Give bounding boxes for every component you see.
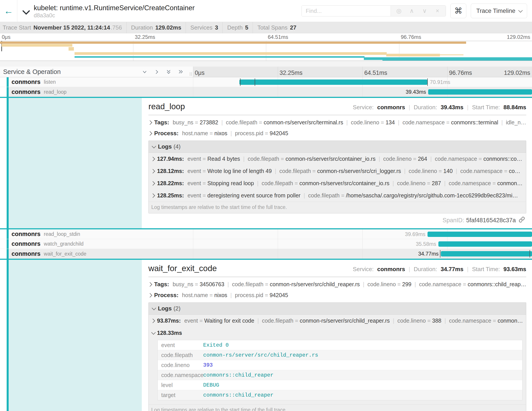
divider: | [228, 281, 229, 287]
trace-view-selector[interactable]: Trace Timeline [471, 4, 527, 18]
summary-value: 3 [215, 22, 218, 33]
equals-sign: = [263, 281, 270, 287]
kv-value: conmon… [497, 180, 523, 186]
kv-value: 388 [432, 318, 441, 324]
span-service[interactable]: conmonrs [11, 240, 41, 247]
kv-value: co… [509, 168, 520, 174]
copy-link-icon[interactable] [519, 216, 525, 224]
process-row[interactable]: Process: host.name=nixos|process.pid=942… [148, 128, 526, 139]
span-bar-area[interactable]: 35.58ms [193, 239, 532, 249]
logs-header[interactable]: Logs (4) [149, 141, 526, 153]
start-time-label: Start Time: [472, 266, 500, 273]
log-entry[interactable]: 127.94ms:event=Read 4 bytes|code.filepat… [149, 153, 526, 165]
equals-sign: = [193, 119, 200, 126]
summary-label: Depth [227, 22, 242, 33]
divider: | [467, 266, 469, 273]
span-duration-label: 35.58ms [416, 241, 436, 247]
collapse-all-icon[interactable] [166, 69, 171, 75]
summary-value: 27 [290, 22, 296, 33]
span-row-watch-grandchild[interactable]: conmonrs watch_grandchild 35.58ms [0, 239, 532, 249]
collapse-header-chevron-icon[interactable] [22, 10, 30, 16]
divider: | [409, 266, 410, 273]
minimap-canvas[interactable] [0, 41, 532, 61]
back-button[interactable]: ← [0, 0, 17, 22]
log-entry-expanded[interactable]: 128.33ms [149, 327, 526, 339]
span-bar-area[interactable]: 39.69ms [193, 229, 532, 239]
divider [148, 115, 526, 115]
span-duration-bar[interactable] [239, 79, 428, 85]
ruler-tick: 32.25ms [280, 69, 303, 76]
kv-key: code.namespace [419, 281, 461, 287]
span-bar-area[interactable]: 39.43ms [193, 87, 532, 97]
detail-title: wait_for_exit_code [148, 264, 217, 273]
span-duration-bar[interactable] [428, 232, 532, 237]
span-rows: conmonrs listen 70.91ms conmonrs read_lo… [0, 77, 532, 411]
span-service[interactable]: conmonrs [11, 78, 41, 86]
kv-value: 942045 [270, 130, 288, 136]
expand-one-icon[interactable] [154, 69, 159, 75]
column-resizer-handle[interactable]: || [190, 71, 193, 76]
span-duration-label: 39.69ms [405, 231, 425, 237]
table-row: code.filepathconmon-rs/server/src/child_… [158, 350, 522, 360]
divider [148, 277, 526, 277]
span-service[interactable]: conmonrs [11, 250, 41, 257]
next-result-icon[interactable]: ∨ [418, 7, 431, 14]
process-row[interactable]: Process: host.name=nixos|process.pid=942… [148, 290, 526, 301]
tags-row[interactable]: Tags: busy_ns=273882|code.filepath=conmo… [148, 117, 526, 128]
row-indent [0, 249, 7, 259]
clear-search-icon[interactable]: × [431, 8, 444, 14]
kv-value: Read 4 bytes [208, 156, 240, 162]
logs-header[interactable]: Logs (2) [149, 303, 526, 315]
kv-value: conmon-rs/server/src/cri_logger.rs [317, 168, 401, 174]
summary-label: Services [190, 22, 213, 33]
field-key: code.lineno [158, 362, 203, 368]
log-entry[interactable]: 128.12ms:event=Wrote log line of length … [149, 165, 526, 177]
span-duration-bar[interactable] [441, 251, 532, 256]
span-bar-area[interactable]: 70.91ms [193, 77, 532, 87]
find-input[interactable] [302, 6, 390, 16]
trace-summary-bar: Trace StartNovember 15 2022, 11:24:14.75… [0, 22, 532, 33]
scroll-to-match-icon[interactable]: ◎ [392, 7, 405, 14]
logs-note: Log timestamps are relative to the start… [149, 202, 526, 213]
equals-sign: = [208, 292, 214, 298]
span-row-read-loop-stdin[interactable]: conmonrs read_loop_stdin 39.69ms [0, 229, 532, 239]
prev-result-icon[interactable]: ∧ [405, 7, 418, 14]
divider: | [444, 318, 446, 324]
field-value: DEBUG [203, 382, 219, 388]
expand-all-icon[interactable] [178, 69, 183, 75]
span-row-read-loop[interactable]: conmonrs read_loop 39.43ms [0, 87, 532, 97]
kv-value: conmon… [498, 318, 523, 324]
kv-key: code.filepath [226, 119, 257, 126]
key-value-pair: host.name=nixos [182, 292, 228, 298]
kv-key: idle_n… [506, 119, 526, 126]
field-value: conmonrs::child_reaper [203, 392, 274, 398]
span-service[interactable]: conmonrs [11, 231, 41, 238]
keyboard-shortcuts-button[interactable]: ⌘ [450, 4, 466, 18]
collapse-one-icon[interactable] [142, 69, 147, 75]
kv-key: process.pid [235, 292, 263, 298]
field-key: level [158, 382, 203, 388]
ruler-tick: 96.76ms [449, 69, 472, 76]
log-entry[interactable]: 128.25ms:event=deregistering event sourc… [149, 189, 526, 202]
tags-row[interactable]: Tags: busy_ns=34506763|code.filepath=con… [148, 279, 526, 290]
kv-key: code.filepath [308, 192, 340, 198]
summary-value: 129.02ms [155, 22, 181, 33]
kv-value: 264 [418, 156, 427, 162]
equals-sign: = [263, 292, 270, 298]
span-service[interactable]: conmonrs [11, 88, 41, 96]
span-bar-area[interactable]: 34.77ms [193, 249, 532, 259]
span-id-label: SpanID: [443, 217, 464, 224]
log-entry[interactable]: 93.87ms:event=Waiting for exit code|code… [149, 315, 526, 327]
span-duration-bar[interactable] [438, 241, 532, 247]
span-operation: read_loop [44, 89, 66, 95]
span-duration-bar[interactable] [428, 89, 532, 95]
log-entry[interactable]: 128.22ms:event=Stopping read loop|code.f… [149, 177, 526, 189]
log-fields-table: eventExited 0code.filepathconmon-rs/serv… [158, 340, 522, 400]
key-value-pair: code.lineno=287 [397, 180, 441, 186]
equals-sign: = [201, 156, 208, 162]
equals-sign: = [491, 180, 497, 186]
span-row-listen[interactable]: conmonrs listen 70.91ms [0, 77, 532, 87]
span-row-wait-for-exit-code[interactable]: conmonrs wait_for_exit_code 34.77ms [0, 249, 532, 259]
divider: | [275, 168, 276, 174]
summary-item: Duration129.02ms [126, 22, 186, 33]
